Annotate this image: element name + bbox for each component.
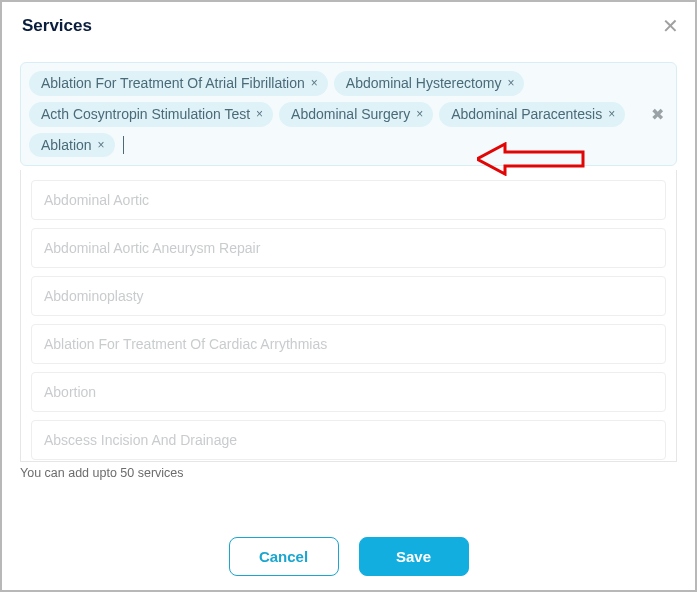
cancel-button[interactable]: Cancel	[229, 537, 339, 576]
modal-title: Services	[22, 16, 92, 35]
save-button[interactable]: Save	[359, 537, 469, 576]
tag-label: Ablation For Treatment Of Atrial Fibrill…	[41, 75, 305, 92]
text-cursor	[123, 136, 124, 154]
remove-tag-icon[interactable]: ×	[507, 76, 514, 90]
selected-services-input[interactable]: Ablation For Treatment Of Atrial Fibrill…	[20, 62, 677, 166]
remove-tag-icon[interactable]: ×	[256, 107, 263, 121]
service-option[interactable]: Abdominal Aortic	[31, 180, 666, 220]
service-option[interactable]: Abdominal Aortic Aneurysm Repair	[31, 228, 666, 268]
service-option[interactable]: Abscess Incision And Drainage	[31, 420, 666, 460]
service-tag: Abdominal Surgery ×	[279, 102, 433, 127]
service-option[interactable]: Ablation For Treatment Of Cardiac Arryth…	[31, 324, 666, 364]
remove-tag-icon[interactable]: ×	[416, 107, 423, 121]
service-option[interactable]: Abortion	[31, 372, 666, 412]
service-tag: Ablation ×	[29, 133, 115, 158]
tag-label: Ablation	[41, 137, 92, 154]
remove-tag-icon[interactable]: ×	[608, 107, 615, 121]
service-tag: Abdominal Paracentesis ×	[439, 102, 625, 127]
remove-tag-icon[interactable]: ×	[98, 138, 105, 152]
tag-label: Abdominal Hysterectomy	[346, 75, 502, 92]
modal-header: Services	[2, 2, 695, 44]
service-tag: Ablation For Treatment Of Atrial Fibrill…	[29, 71, 328, 96]
remove-tag-icon[interactable]: ×	[311, 76, 318, 90]
service-tag: Abdominal Hysterectomy ×	[334, 71, 525, 96]
tag-label: Abdominal Surgery	[291, 106, 410, 123]
service-options-list[interactable]: Abdominal Aortic Abdominal Aortic Aneury…	[20, 170, 677, 462]
helper-text: You can add upto 50 services	[20, 466, 677, 480]
services-modal: Services ✕ Ablation For Treatment Of Atr…	[0, 0, 697, 592]
close-icon[interactable]: ✕	[662, 16, 679, 36]
clear-all-icon[interactable]: ✖	[651, 105, 664, 124]
tag-label: Abdominal Paracentesis	[451, 106, 602, 123]
tag-label: Acth Cosyntropin Stimulation Test	[41, 106, 250, 123]
service-tag: Acth Cosyntropin Stimulation Test ×	[29, 102, 273, 127]
modal-footer: Cancel Save	[2, 537, 695, 576]
service-option[interactable]: Abdominoplasty	[31, 276, 666, 316]
